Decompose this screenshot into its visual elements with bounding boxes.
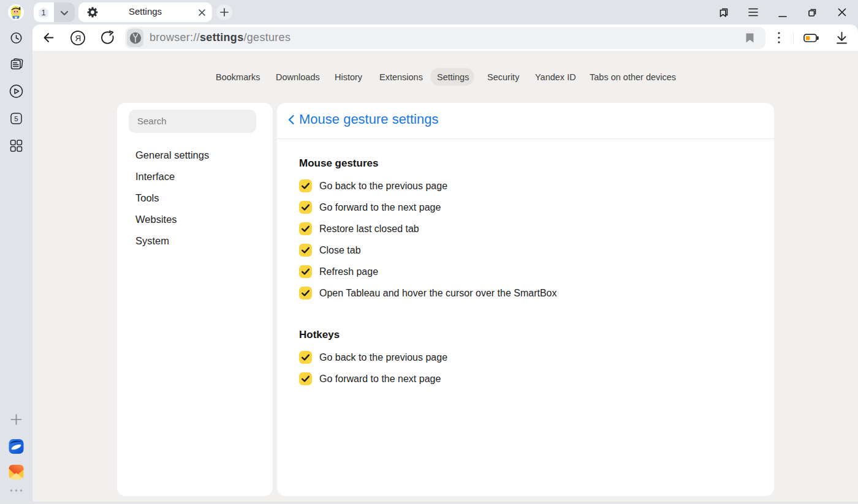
svg-text:5: 5 — [14, 115, 18, 122]
svg-text:Я: Я — [75, 34, 81, 43]
svg-text:1: 1 — [41, 8, 46, 17]
